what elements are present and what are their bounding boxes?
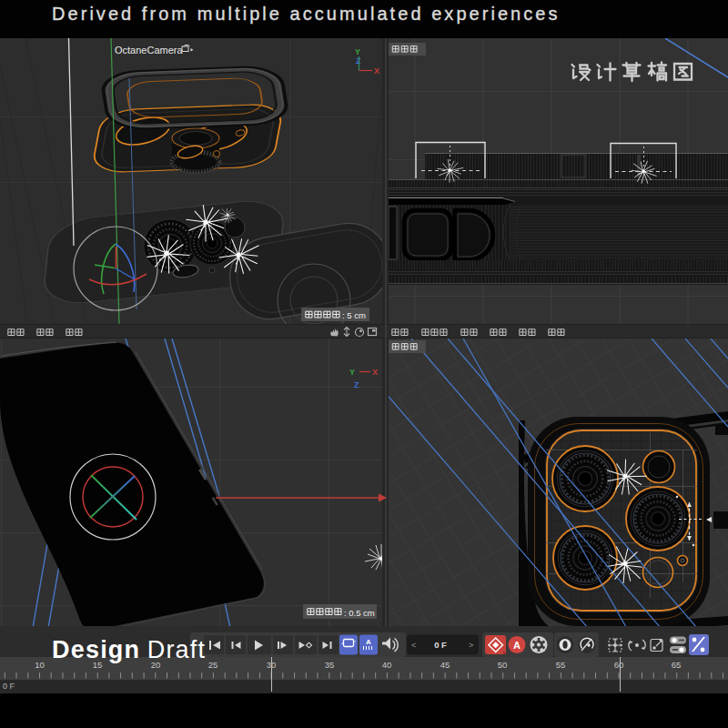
svg-text:0 F: 0 F <box>3 682 15 691</box>
svg-text:: 0.5 cm: : 0.5 cm <box>344 608 375 618</box>
svg-text:: 5 cm: : 5 cm <box>342 310 366 320</box>
svg-text:10: 10 <box>35 660 45 670</box>
svg-text:65: 65 <box>672 660 682 670</box>
svg-text:X: X <box>374 66 379 76</box>
svg-text:X: X <box>372 368 378 377</box>
svg-text:A: A <box>366 638 371 646</box>
svg-text:0 F: 0 F <box>434 640 447 650</box>
svg-text:25: 25 <box>208 660 218 670</box>
svg-text:35: 35 <box>325 660 335 670</box>
svg-text:50: 50 <box>498 660 508 670</box>
svg-text:40: 40 <box>382 660 392 670</box>
svg-text:55: 55 <box>556 660 566 670</box>
svg-text:>: > <box>469 641 473 650</box>
svg-text:A: A <box>513 640 521 651</box>
svg-text:Y: Y <box>349 368 355 377</box>
svg-text:<: < <box>411 641 416 650</box>
svg-text:60: 60 <box>614 660 624 670</box>
svg-text:45: 45 <box>440 660 450 670</box>
svg-text:OctaneCamera: OctaneCamera <box>115 45 183 56</box>
svg-text:Z: Z <box>354 380 359 389</box>
svg-text:Y: Y <box>355 47 360 56</box>
